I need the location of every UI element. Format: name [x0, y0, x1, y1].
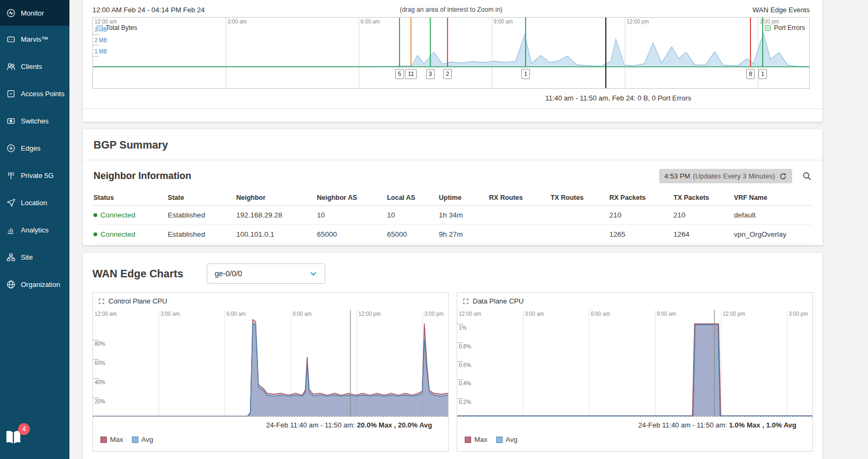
chevron-down-icon	[309, 270, 317, 278]
event-count-badge[interactable]: 1	[758, 69, 767, 79]
y-tick	[93, 56, 99, 57]
avg-swatch	[496, 437, 503, 443]
y-tick	[457, 379, 463, 380]
table-cell: 65000	[317, 230, 387, 238]
expand-icon[interactable]	[98, 298, 105, 305]
x-axis-label: 9:00 am	[494, 19, 513, 25]
status-cell: Connected	[93, 230, 168, 238]
x-axis-label: 9:00 am	[292, 311, 311, 317]
caption-values: 1.0% Max , 1.0% Avg	[729, 421, 796, 429]
legend-avg[interactable]: Avg	[132, 435, 153, 444]
column-header: TX Packets	[674, 194, 734, 201]
status-cell: Connected	[93, 211, 168, 219]
y-axis-label: 1%	[459, 325, 466, 331]
sidebar-item-location[interactable]: Location	[0, 189, 69, 216]
wan-edge-charts-title: WAN Edge Charts	[92, 268, 183, 280]
legend-max[interactable]: Max	[100, 435, 123, 444]
monitor-icon	[5, 7, 16, 18]
events-footer-divider	[83, 108, 823, 122]
column-header: Neighbor	[236, 194, 317, 201]
sidebar-item-label: Analytics	[21, 226, 49, 234]
sidebar-item-switches[interactable]: Switches	[0, 107, 69, 135]
event-count-badge[interactable]: 11	[405, 69, 417, 79]
bgp-neighbor-table: Status State Neighbor Neighbor AS Local …	[93, 190, 812, 244]
column-header: Local AS	[387, 194, 439, 201]
event-count-badge[interactable]: 8	[746, 69, 755, 79]
documentation-button[interactable]: 4	[3, 427, 29, 450]
sidebar-item-label: Location	[21, 199, 47, 207]
table-row[interactable]: Connected Established 192.168.29.28 10 1…	[93, 206, 812, 225]
table-cell: 100.101.0.1	[236, 230, 317, 238]
total-bytes-swatch	[97, 25, 103, 31]
wan-edge-events-card: 12:00 AM Feb 24 - 04:14 PM Feb 24 (drag …	[83, 0, 823, 122]
search-icon[interactable]	[802, 171, 812, 181]
sidebar-item-site[interactable]: Site	[0, 244, 69, 271]
table-cell: 10	[317, 211, 387, 219]
sidebar-item-analytics[interactable]: Analytics	[0, 216, 69, 244]
event-count-badge[interactable]: 3	[426, 69, 435, 79]
y-axis-label: 0.4%	[459, 380, 471, 386]
table-header-row: Status State Neighbor Neighbor AS Local …	[93, 190, 812, 206]
x-axis-label: 6:00 am	[226, 311, 246, 317]
table-cell: 65000	[387, 230, 439, 238]
neighbor-information-title: Neighbor Information	[93, 170, 191, 182]
sidebar-item-marvis[interactable]: Marvis™	[0, 26, 69, 53]
x-axis-label: 6:00 am	[591, 311, 610, 317]
column-header: TX Routes	[551, 194, 609, 201]
wan-edge-charts-card: WAN Edge Charts ge-0/0/0 Control Plane C…	[83, 253, 823, 459]
chart-title: Control Plane CPU	[108, 297, 167, 305]
sidebar-item-label: Monitor	[21, 9, 44, 17]
table-cell: 10	[387, 211, 439, 219]
bgp-summary-card: BGP Summary Neighbor Information 4:53 PM…	[83, 129, 823, 245]
table-row[interactable]: Connected Established 100.101.0.1 65000 …	[93, 225, 812, 244]
sidebar-item-monitor[interactable]: Monitor	[0, 0, 69, 26]
sidebar-item-label: Access Points	[21, 90, 65, 98]
table-cell: 192.168.29.28	[236, 211, 317, 219]
max-swatch	[100, 437, 107, 443]
sidebar-item-edges[interactable]: Edges	[0, 135, 69, 162]
event-count-badge[interactable]: 1	[521, 69, 530, 79]
sidebar-item-label: Switches	[21, 117, 49, 125]
table-cell: 1h 34m	[439, 211, 489, 219]
sidebar-item-access-points[interactable]: Access Points	[0, 80, 69, 107]
port-errors-legend: Port Errors	[765, 24, 805, 32]
y-axis-label: 0.8%	[459, 344, 471, 349]
sidebar-item-clients[interactable]: Clients	[0, 53, 69, 80]
analytics-icon	[5, 225, 16, 236]
y-axis-label: 0.6%	[459, 362, 471, 368]
main-content: 12:00 AM Feb 24 - 04:14 PM Feb 24 (drag …	[69, 0, 868, 459]
y-tick	[93, 378, 99, 379]
expand-icon[interactable]	[463, 298, 469, 305]
switches-icon	[5, 116, 16, 127]
status-dot	[93, 232, 97, 236]
sidebar-item-label: Marvis™	[21, 35, 48, 43]
y-axis-label: 20%	[95, 399, 105, 404]
selected-range-caption: 11:40 am - 11:50 am, Feb 24: 0 B, 0 Port…	[92, 89, 810, 108]
legend-avg[interactable]: Avg	[496, 435, 518, 444]
sidebar-item-organization[interactable]: Organization	[0, 271, 69, 298]
refresh-button[interactable]: 4:53 PM (Updates Every 3 Minutes)	[659, 169, 792, 183]
y-axis-label: 60%	[95, 360, 105, 366]
x-axis-label: 3:00 am	[228, 19, 247, 25]
x-axis-label: 12:00 am	[95, 311, 117, 317]
x-axis-label: 12:00 am	[459, 311, 481, 317]
event-count-badge[interactable]: 2	[443, 69, 452, 79]
marvis-icon	[5, 34, 16, 45]
sidebar-item-private-5g[interactable]: Private 5G	[0, 162, 69, 189]
event-count-badge[interactable]: 5	[395, 69, 404, 79]
legend-max[interactable]: Max	[465, 435, 488, 444]
control-plane-cpu-panel: Control Plane CPU 12:00 am3:00 am6:00 am…	[92, 292, 449, 452]
x-axis-label: 12:00 pm	[358, 311, 381, 317]
y-tick	[93, 340, 99, 340]
avg-swatch	[132, 437, 138, 443]
data-plane-cpu-chart[interactable]: 12:00 am3:00 am6:00 am9:00 am12:00 pm3:0…	[457, 310, 812, 417]
neighbor-info-header: Neighbor Information 4:53 PM (Updates Ev…	[93, 169, 812, 183]
chart-legend: Max Avg	[457, 429, 812, 451]
table-cell: 1265	[609, 230, 674, 238]
y-axis-label: 1 MB	[95, 49, 107, 55]
total-bytes-legend: Total Bytes	[97, 24, 137, 32]
port-select[interactable]: ge-0/0/0	[207, 263, 325, 284]
wan-edge-events-chart[interactable]: 12:00 am3:00 am6:00 am9:00 am12:00 pm3:0…	[92, 17, 810, 89]
table-cell: 9h 27m	[439, 230, 489, 238]
control-plane-cpu-chart[interactable]: 12:00 am3:00 am6:00 am9:00 am12:00 pm3:0…	[93, 310, 448, 417]
